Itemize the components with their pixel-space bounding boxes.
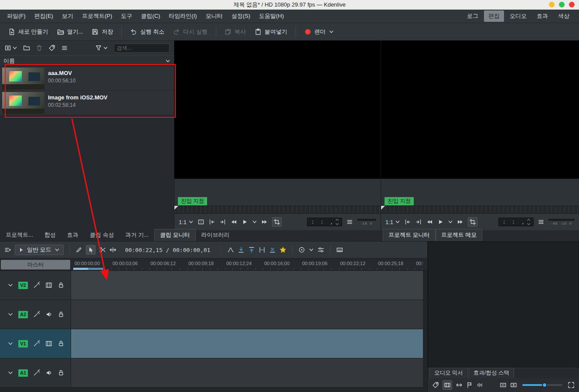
project-notes-area[interactable]	[428, 242, 579, 368]
clip-item-ios2[interactable]: Image from iOS2.MOV 00:02:58;14	[0, 91, 174, 115]
open-button[interactable]: 열기...	[53, 25, 87, 38]
mix-clips-icon[interactable]	[227, 246, 234, 253]
workspace-logging[interactable]: 로그	[463, 10, 483, 22]
favorite-star-icon[interactable]	[279, 246, 286, 253]
effects-wand-icon[interactable]	[33, 282, 40, 289]
tab-compositions[interactable]: 합성	[39, 229, 61, 241]
tab-effects[interactable]: 효과	[61, 229, 84, 241]
workspace-editing[interactable]: 편집	[484, 10, 504, 22]
timeline-timecode[interactable]: 00:00:22,15 / 00:00:00,01	[125, 247, 211, 253]
fit-timeline-icon[interactable]	[568, 382, 575, 389]
chevron-down-icon[interactable]	[329, 29, 334, 34]
insert-zone-icon[interactable]	[238, 246, 245, 253]
razor-tool-icon[interactable]	[99, 246, 106, 253]
track-header-v1[interactable]: V1	[0, 329, 71, 358]
crop-zone-button[interactable]	[272, 217, 282, 227]
zone-in-marker[interactable]	[381, 206, 385, 210]
timecode-spinner[interactable]	[528, 219, 530, 225]
track-lane-a2[interactable]	[71, 300, 423, 329]
menu-file[interactable]: 파일(F)	[3, 10, 30, 22]
timeline-ruler[interactable]: 00:00:00;00 00:00:03;06 00:00:06;12 00:0…	[71, 259, 423, 270]
collapse-track-icon[interactable]	[8, 370, 13, 375]
lock-icon[interactable]	[58, 369, 65, 376]
undo-button[interactable]: 실행 취소	[126, 25, 168, 38]
chevron-down-icon[interactable]	[252, 219, 257, 225]
monitor-overlay-icon[interactable]	[198, 218, 204, 225]
track-badge[interactable]: A1	[18, 369, 28, 377]
hamburger-menu-icon[interactable]	[61, 44, 68, 51]
menu-help[interactable]: 도움말(H)	[255, 10, 288, 22]
hamburger-menu-icon[interactable]	[538, 218, 545, 225]
monitor-timecode[interactable]: : : ,	[498, 218, 534, 226]
close-button[interactable]	[569, 2, 575, 7]
tab-project-monitor[interactable]: 프로젝트 모니터	[383, 229, 436, 241]
speaker-icon[interactable]	[45, 311, 52, 318]
collapse-track-icon[interactable]	[8, 341, 13, 346]
lock-icon[interactable]	[58, 311, 65, 318]
menu-clip[interactable]: 클립(C)	[136, 10, 164, 22]
tab-project-notes[interactable]: 프로젝트 메모	[436, 229, 483, 241]
bin-column-header[interactable]: 이름	[0, 55, 174, 66]
tag-icon[interactable]	[48, 44, 55, 51]
workspace-effects[interactable]: 효과	[532, 10, 552, 22]
menu-monitor[interactable]: 모니터	[201, 10, 227, 22]
effects-wand-icon[interactable]	[33, 311, 40, 318]
filter-button[interactable]	[95, 44, 108, 51]
spacer-tool-icon[interactable]	[109, 246, 116, 253]
monitor-timecode[interactable]: : : ,	[307, 218, 342, 226]
track-badge[interactable]: V2	[18, 282, 28, 289]
tab-effect-stack[interactable]: 효과/합성 스택	[469, 368, 514, 378]
clip-monitor-ruler[interactable]	[174, 205, 381, 213]
filmstrip-icon[interactable]	[45, 282, 52, 289]
track-badge[interactable]: A2	[18, 311, 28, 318]
timecode-spinner[interactable]	[336, 219, 338, 225]
track-lane-a1[interactable]	[71, 358, 423, 387]
clip-item-aaa[interactable]: aaa.MOV 00:00:56;10	[0, 66, 174, 91]
menu-tools[interactable]: 도구	[116, 10, 136, 22]
new-button[interactable]: 새로 만들기	[4, 25, 52, 38]
preview-render-icon[interactable]	[298, 246, 305, 253]
zone-end-icon[interactable]	[415, 218, 422, 225]
chevron-down-icon[interactable]	[448, 219, 453, 225]
create-folder-icon[interactable]	[23, 44, 30, 51]
extract-zone-icon[interactable]	[259, 246, 266, 253]
workspace-audio[interactable]: 오디오	[505, 10, 531, 22]
zoom-fit-icon[interactable]	[500, 382, 507, 389]
track-lane-v1[interactable]	[71, 329, 423, 358]
overwrite-zone-icon[interactable]	[248, 246, 255, 253]
fast-forward-icon[interactable]	[261, 218, 268, 225]
effects-wand-icon[interactable]	[33, 340, 40, 347]
track-header-a1[interactable]: A1	[0, 358, 71, 387]
zone-end-icon[interactable]	[219, 218, 226, 225]
track-badge[interactable]: V1	[18, 340, 28, 348]
filmstrip-icon[interactable]	[45, 340, 52, 347]
track-header-a2[interactable]: A2	[0, 300, 71, 329]
lock-icon[interactable]	[58, 340, 65, 347]
render-button[interactable]: 렌더	[300, 25, 338, 38]
chevron-down-icon[interactable]	[165, 58, 170, 64]
fast-forward-icon[interactable]	[457, 218, 464, 225]
tab-clip-monitor[interactable]: 클립 모니터	[154, 229, 196, 241]
tab-library[interactable]: 라이브러리	[196, 229, 235, 241]
save-button[interactable]: 저장	[88, 25, 117, 38]
collapse-track-icon[interactable]	[8, 312, 13, 317]
effects-wand-icon[interactable]	[33, 369, 40, 376]
menu-view[interactable]: 보기	[58, 10, 78, 22]
rewind-icon[interactable]	[230, 218, 237, 225]
edit-tool-icon[interactable]	[75, 246, 82, 253]
tab-audio-mixer[interactable]: 오디오 믹서	[429, 368, 468, 378]
zoom-out-icon[interactable]	[510, 382, 517, 389]
slider-knob[interactable]	[542, 382, 547, 388]
add-clip-button[interactable]	[4, 44, 17, 51]
collapse-track-icon[interactable]	[8, 283, 13, 288]
chevron-down-icon[interactable]	[309, 247, 314, 252]
clip-monitor-video[interactable]	[174, 41, 381, 179]
search-input[interactable]	[114, 44, 170, 53]
menu-settings[interactable]: 설정(S)	[227, 10, 255, 22]
play-icon[interactable]	[437, 218, 444, 225]
zone-start-icon[interactable]	[404, 218, 411, 225]
mixer-icon[interactable]	[336, 246, 343, 253]
track-lane-v2[interactable]	[71, 271, 423, 300]
video-thumbnails-button[interactable]	[443, 380, 452, 390]
edit-mode-combo[interactable]: 일반 모드	[15, 245, 64, 255]
